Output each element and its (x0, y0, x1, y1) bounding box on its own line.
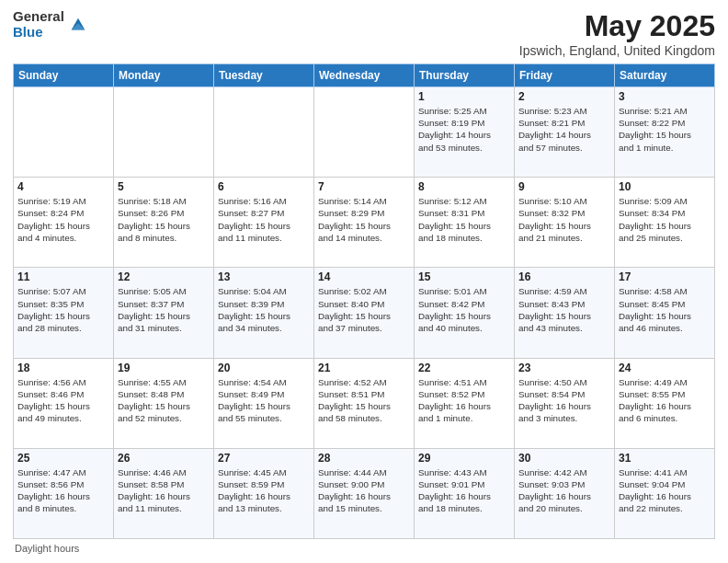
calendar-header: SundayMondayTuesdayWednesdayThursdayFrid… (14, 64, 715, 87)
weekday-header-tuesday: Tuesday (214, 64, 314, 87)
day-info: Sunrise: 4:59 AM Sunset: 8:43 PM Dayligh… (518, 285, 610, 334)
day-number: 19 (118, 362, 210, 374)
day-info: Sunrise: 5:10 AM Sunset: 8:32 PM Dayligh… (518, 195, 610, 244)
logo: General Blue (13, 9, 88, 40)
day-number: 18 (17, 362, 109, 374)
logo-icon (68, 15, 88, 35)
calendar-table: SundayMondayTuesdayWednesdayThursdayFrid… (13, 63, 715, 539)
day-info: Sunrise: 4:46 AM Sunset: 8:58 PM Dayligh… (118, 466, 210, 515)
calendar-cell: 16Sunrise: 4:59 AM Sunset: 8:43 PM Dayli… (515, 268, 615, 358)
weekday-header-friday: Friday (515, 64, 615, 87)
day-number: 5 (118, 180, 210, 193)
calendar-cell: 11Sunrise: 5:07 AM Sunset: 8:35 PM Dayli… (14, 268, 114, 358)
day-number: 11 (17, 270, 109, 283)
calendar-cell: 31Sunrise: 4:41 AM Sunset: 9:04 PM Dayli… (615, 448, 715, 538)
calendar-cell: 29Sunrise: 4:43 AM Sunset: 9:01 PM Dayli… (415, 448, 515, 538)
calendar-cell: 1Sunrise: 5:25 AM Sunset: 8:19 PM Daylig… (415, 87, 515, 178)
logo-text: General Blue (13, 9, 64, 40)
day-info: Sunrise: 5:19 AM Sunset: 8:24 PM Dayligh… (17, 195, 109, 244)
calendar-cell: 24Sunrise: 4:49 AM Sunset: 8:55 PM Dayli… (615, 358, 715, 448)
weekday-row: SundayMondayTuesdayWednesdayThursdayFrid… (14, 64, 715, 87)
calendar-cell: 25Sunrise: 4:47 AM Sunset: 8:56 PM Dayli… (14, 448, 114, 538)
day-info: Sunrise: 5:16 AM Sunset: 8:27 PM Dayligh… (218, 195, 310, 244)
page: General Blue May 2025 Ipswich, England, … (0, 0, 728, 563)
calendar-cell: 23Sunrise: 4:50 AM Sunset: 8:54 PM Dayli… (515, 358, 615, 448)
day-info: Sunrise: 5:04 AM Sunset: 8:39 PM Dayligh… (218, 285, 310, 334)
weekday-header-wednesday: Wednesday (314, 64, 415, 87)
calendar-week-2: 4Sunrise: 5:19 AM Sunset: 8:24 PM Daylig… (14, 178, 715, 268)
day-number: 13 (218, 270, 310, 283)
calendar-cell (214, 87, 314, 178)
calendar-body: 1Sunrise: 5:25 AM Sunset: 8:19 PM Daylig… (14, 87, 715, 539)
day-info: Sunrise: 4:54 AM Sunset: 8:49 PM Dayligh… (218, 376, 310, 425)
calendar-cell: 28Sunrise: 4:44 AM Sunset: 9:00 PM Dayli… (314, 448, 415, 538)
day-number: 17 (619, 270, 711, 283)
day-number: 4 (17, 180, 109, 193)
day-info: Sunrise: 5:05 AM Sunset: 8:37 PM Dayligh… (118, 285, 210, 334)
calendar-cell: 9Sunrise: 5:10 AM Sunset: 8:32 PM Daylig… (515, 178, 615, 268)
logo-general: General (13, 9, 64, 25)
calendar-cell: 17Sunrise: 4:58 AM Sunset: 8:45 PM Dayli… (615, 268, 715, 358)
calendar-cell: 3Sunrise: 5:21 AM Sunset: 8:22 PM Daylig… (615, 87, 715, 178)
day-info: Sunrise: 5:21 AM Sunset: 8:22 PM Dayligh… (619, 105, 711, 154)
day-number: 9 (518, 180, 610, 193)
day-number: 24 (619, 362, 711, 374)
day-number: 1 (418, 90, 510, 103)
day-info: Sunrise: 5:12 AM Sunset: 8:31 PM Dayligh… (418, 195, 510, 244)
weekday-header-thursday: Thursday (415, 64, 515, 87)
calendar-cell: 22Sunrise: 4:51 AM Sunset: 8:52 PM Dayli… (415, 358, 515, 448)
calendar-cell: 21Sunrise: 4:52 AM Sunset: 8:51 PM Dayli… (314, 358, 415, 448)
calendar-cell: 30Sunrise: 4:42 AM Sunset: 9:03 PM Dayli… (515, 448, 615, 538)
main-title: May 2025 (519, 9, 715, 43)
day-number: 12 (118, 270, 210, 283)
calendar-week-5: 25Sunrise: 4:47 AM Sunset: 8:56 PM Dayli… (14, 448, 715, 538)
day-info: Sunrise: 4:43 AM Sunset: 9:01 PM Dayligh… (418, 466, 510, 515)
day-info: Sunrise: 5:02 AM Sunset: 8:40 PM Dayligh… (318, 285, 410, 334)
day-info: Sunrise: 5:14 AM Sunset: 8:29 PM Dayligh… (318, 195, 410, 244)
day-number: 3 (619, 90, 711, 103)
day-number: 31 (619, 452, 711, 465)
calendar-cell (114, 87, 214, 178)
day-info: Sunrise: 4:42 AM Sunset: 9:03 PM Dayligh… (518, 466, 610, 515)
day-number: 16 (518, 270, 610, 283)
calendar-cell: 14Sunrise: 5:02 AM Sunset: 8:40 PM Dayli… (314, 268, 415, 358)
day-number: 20 (218, 362, 310, 374)
day-number: 21 (318, 362, 410, 374)
day-info: Sunrise: 5:25 AM Sunset: 8:19 PM Dayligh… (418, 105, 510, 154)
day-number: 7 (318, 180, 410, 193)
calendar-cell (314, 87, 415, 178)
calendar-cell: 4Sunrise: 5:19 AM Sunset: 8:24 PM Daylig… (14, 178, 114, 268)
calendar-cell: 5Sunrise: 5:18 AM Sunset: 8:26 PM Daylig… (114, 178, 214, 268)
day-number: 27 (218, 452, 310, 465)
day-number: 22 (418, 362, 510, 374)
calendar-cell: 27Sunrise: 4:45 AM Sunset: 8:59 PM Dayli… (214, 448, 314, 538)
calendar-cell: 19Sunrise: 4:55 AM Sunset: 8:48 PM Dayli… (114, 358, 214, 448)
day-number: 14 (318, 270, 410, 283)
day-number: 10 (619, 180, 711, 193)
day-number: 28 (318, 452, 410, 465)
title-block: May 2025 Ipswich, England, United Kingdo… (519, 9, 715, 58)
day-number: 30 (518, 452, 610, 465)
day-number: 23 (518, 362, 610, 374)
day-number: 6 (218, 180, 310, 193)
daylight-hours-label: Daylight hours (15, 543, 79, 554)
day-info: Sunrise: 5:23 AM Sunset: 8:21 PM Dayligh… (518, 105, 610, 154)
calendar-cell: 12Sunrise: 5:05 AM Sunset: 8:37 PM Dayli… (114, 268, 214, 358)
day-number: 8 (418, 180, 510, 193)
day-info: Sunrise: 5:07 AM Sunset: 8:35 PM Dayligh… (17, 285, 109, 334)
day-info: Sunrise: 5:18 AM Sunset: 8:26 PM Dayligh… (118, 195, 210, 244)
calendar-cell: 13Sunrise: 5:04 AM Sunset: 8:39 PM Dayli… (214, 268, 314, 358)
day-info: Sunrise: 4:44 AM Sunset: 9:00 PM Dayligh… (318, 466, 410, 515)
day-info: Sunrise: 4:49 AM Sunset: 8:55 PM Dayligh… (619, 376, 711, 425)
day-number: 2 (518, 90, 610, 103)
calendar-cell: 10Sunrise: 5:09 AM Sunset: 8:34 PM Dayli… (615, 178, 715, 268)
weekday-header-saturday: Saturday (615, 64, 715, 87)
calendar-week-1: 1Sunrise: 5:25 AM Sunset: 8:19 PM Daylig… (14, 87, 715, 178)
day-info: Sunrise: 4:41 AM Sunset: 9:04 PM Dayligh… (619, 466, 711, 515)
day-info: Sunrise: 4:51 AM Sunset: 8:52 PM Dayligh… (418, 376, 510, 425)
day-number: 25 (17, 452, 109, 465)
day-info: Sunrise: 4:45 AM Sunset: 8:59 PM Dayligh… (218, 466, 310, 515)
day-number: 29 (418, 452, 510, 465)
calendar-cell: 2Sunrise: 5:23 AM Sunset: 8:21 PM Daylig… (515, 87, 615, 178)
subtitle: Ipswich, England, United Kingdom (519, 43, 715, 58)
